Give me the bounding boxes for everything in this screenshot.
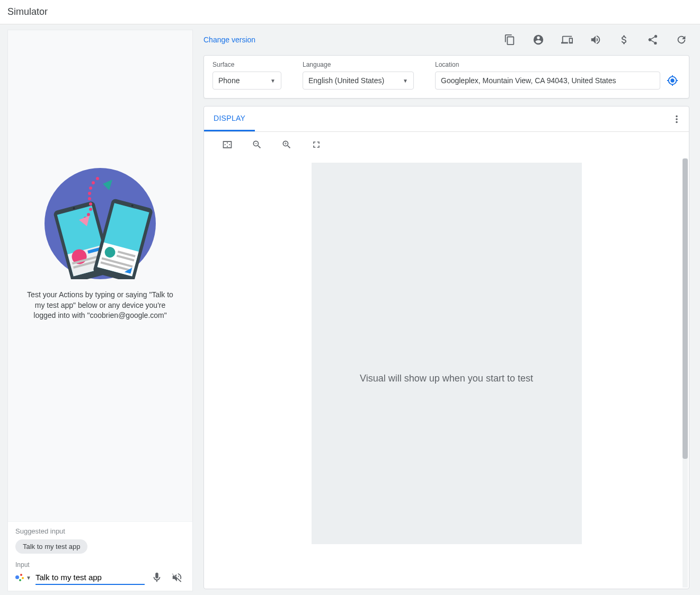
svg-point-19 xyxy=(92,181,95,184)
microphone-button[interactable] xyxy=(149,570,165,585)
input-mode-selector[interactable]: ▼ xyxy=(15,574,31,581)
svg-point-28 xyxy=(229,144,230,145)
right-panel: Change version Surface Phone ▼ Langua xyxy=(193,24,700,595)
display-placeholder-text: Visual will show up when you start to te… xyxy=(204,373,689,384)
language-label: Language xyxy=(303,61,414,68)
display-body: Visual will show up when you start to te… xyxy=(204,157,689,589)
input-label: Input xyxy=(15,561,185,569)
surface-label: Surface xyxy=(212,61,281,68)
refresh-icon xyxy=(676,34,687,46)
fit-screen-icon xyxy=(222,139,233,150)
tab-display[interactable]: DISPLAY xyxy=(204,106,255,131)
audio-button[interactable] xyxy=(588,32,604,48)
intro-text: Test your Actions by typing or saying "T… xyxy=(8,290,192,321)
refresh-button[interactable] xyxy=(674,32,689,48)
my-location-icon xyxy=(667,75,678,86)
zoom-in-button[interactable] xyxy=(279,137,294,152)
language-value: English (United States) xyxy=(308,76,384,85)
tabs-row: DISPLAY xyxy=(204,106,689,132)
suggestion-chip[interactable]: Talk to my test app xyxy=(15,539,87,554)
input-section: Input ▼ xyxy=(8,558,192,591)
top-row: Change version xyxy=(203,32,689,48)
svg-point-21 xyxy=(88,192,91,195)
main-container: Test your Actions by typing or saying "T… xyxy=(0,24,700,595)
query-input[interactable] xyxy=(36,571,145,585)
chevron-down-icon: ▼ xyxy=(270,78,276,84)
zoom-in-icon xyxy=(281,139,292,150)
surface-setting: Surface Phone ▼ xyxy=(212,61,281,90)
svg-point-25 xyxy=(87,213,90,216)
account-icon xyxy=(533,34,544,46)
voice-disabled-button[interactable] xyxy=(169,570,185,585)
svg-point-30 xyxy=(227,146,228,147)
microphone-icon xyxy=(151,572,163,583)
svg-point-23 xyxy=(89,202,92,206)
scrollbar[interactable] xyxy=(683,158,688,588)
language-setting: Language English (United States) ▼ xyxy=(303,61,414,90)
voice-off-icon xyxy=(171,572,183,583)
fullscreen-icon xyxy=(311,139,322,150)
svg-point-20 xyxy=(89,187,92,190)
change-version-link[interactable]: Change version xyxy=(203,35,255,44)
devices-button[interactable] xyxy=(559,32,575,48)
devices-icon xyxy=(561,34,573,46)
locate-me-button[interactable] xyxy=(664,73,680,88)
location-label: Location xyxy=(435,61,680,68)
account-button[interactable] xyxy=(530,32,546,48)
location-setting: Location xyxy=(435,61,680,90)
payments-button[interactable] xyxy=(616,32,632,48)
location-input[interactable] xyxy=(435,72,660,90)
conversation-panel: Test your Actions by typing or saying "T… xyxy=(7,30,193,591)
page-title: Simulator xyxy=(0,0,700,24)
intro-illustration xyxy=(45,168,156,279)
device-preview xyxy=(312,163,582,544)
zoom-out-icon xyxy=(252,139,262,150)
dollar-icon xyxy=(618,34,630,46)
surface-value: Phone xyxy=(218,76,240,85)
svg-point-27 xyxy=(225,144,226,145)
svg-point-22 xyxy=(88,197,91,200)
volume-icon xyxy=(590,34,601,46)
share-button[interactable] xyxy=(645,32,661,48)
settings-card: Surface Phone ▼ Language English (United… xyxy=(203,55,689,99)
copy-icon xyxy=(504,34,516,46)
top-icons xyxy=(502,32,689,48)
copy-button[interactable] xyxy=(502,32,518,48)
svg-point-18 xyxy=(96,177,99,180)
fullscreen-button[interactable] xyxy=(309,137,324,152)
svg-point-29 xyxy=(227,143,228,144)
suggested-input-section: Suggested input Talk to my test app xyxy=(8,521,192,558)
zoom-out-button[interactable] xyxy=(250,137,264,152)
share-icon xyxy=(647,34,659,46)
chevron-down-icon: ▼ xyxy=(403,78,408,84)
fit-screen-button[interactable] xyxy=(220,137,235,152)
assistant-logo-icon xyxy=(15,574,25,581)
display-card: DISPLAY Visual will show up when you sta… xyxy=(203,106,689,589)
display-toolbar xyxy=(204,132,689,157)
conversation-area: Test your Actions by typing or saying "T… xyxy=(8,30,192,521)
more-vert-icon xyxy=(671,113,683,125)
chevron-down-icon: ▼ xyxy=(26,575,31,581)
svg-point-24 xyxy=(89,208,92,211)
more-options-button[interactable] xyxy=(669,111,685,127)
language-select[interactable]: English (United States) ▼ xyxy=(303,72,414,90)
suggested-input-label: Suggested input xyxy=(15,527,185,535)
surface-select[interactable]: Phone ▼ xyxy=(212,72,281,90)
